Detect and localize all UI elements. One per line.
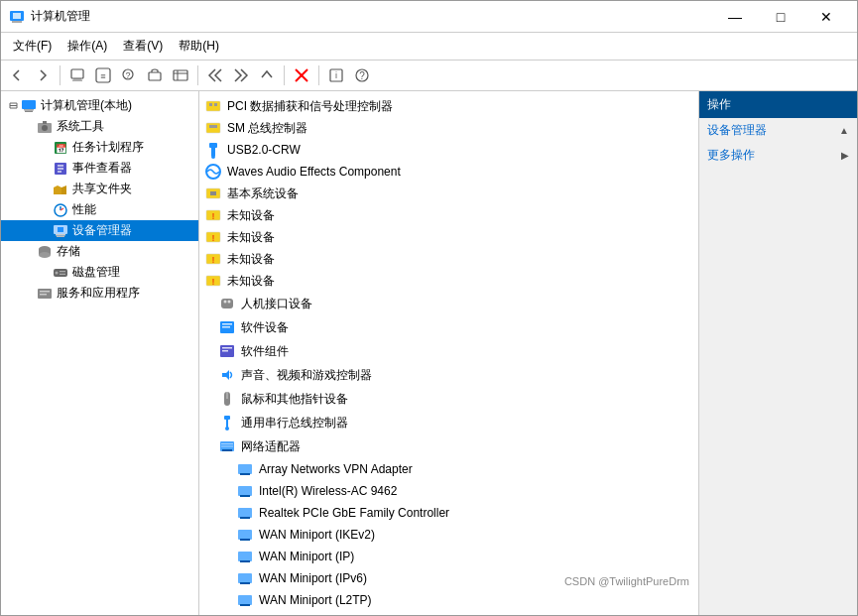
device-basic[interactable]: 基本系统设备 [199,183,698,204]
section-hid[interactable]: 人机接口设备 [199,292,698,315]
svg-rect-47 [40,294,47,296]
toolbar-btn-up[interactable] [255,63,279,87]
svg-rect-54 [211,148,215,156]
svg-point-68 [224,301,227,304]
action-more[interactable]: 更多操作 ▶ [699,143,857,168]
device-unknown2[interactable]: ! 未知设备 [199,226,698,248]
toolbar-btn-back2[interactable] [203,63,227,87]
svg-point-42 [56,271,59,274]
toolbar-btn-2[interactable]: ≡ [91,63,115,87]
section-audio[interactable]: 声音、视频和游戏控制器 [199,363,698,387]
toolbar-btn-help[interactable]: ? [350,63,374,87]
tree-disk-mgmt[interactable]: 磁盘管理 [1,262,198,283]
tree-event-viewer[interactable]: 事件查看器 [1,158,198,179]
device-unknown1[interactable]: ! 未知设备 [199,204,698,226]
toolbar: ≡ ? i ? [1,61,857,91]
toolbar-btn-fwd2[interactable] [229,63,253,87]
device-waves[interactable]: Waves Audio Effects Component [199,161,698,183]
tree-performance[interactable]: 性能 [1,199,198,220]
net-realtek[interactable]: Realtek PCIe GbE Family Controller [199,502,698,524]
net-wan-l2tp-label: WAN Miniport (L2TP) [259,593,372,607]
maximize-button[interactable]: □ [758,3,803,31]
waves-icon [203,162,223,182]
section-software[interactable]: 软件设备 [199,315,698,339]
main-content: 计算机管理(本地) 系统工具 📅 任务计划程序 [1,91,857,615]
net-wan-ikev2-label: WAN Miniport (IKEv2) [259,528,375,542]
window-title: 计算机管理 [31,8,90,25]
net-wan-ikev2[interactable]: WAN Miniport (IKEv2) [199,524,698,546]
net-intel[interactable]: Intel(R) Wireless-AC 9462 [199,480,698,502]
svg-rect-37 [58,227,63,232]
mouse-icon [217,389,237,409]
menu-file[interactable]: 文件(F) [5,35,60,58]
tree-system-tools[interactable]: 系统工具 [1,116,198,137]
tree-device-manager[interactable]: 设备管理器 [1,220,198,241]
tree-task-scheduler[interactable]: 📅 任务计划程序 [1,137,198,158]
audio-label: 声音、视频和游戏控制器 [241,367,372,384]
net-realtek-icon [235,503,255,523]
toolbar-delete-btn[interactable] [290,63,313,87]
action-device-manager[interactable]: 设备管理器 ▲ [699,118,857,143]
section-mouse[interactable]: 鼠标和其他指针设备 [199,387,698,411]
menu-action[interactable]: 操作(A) [60,35,115,58]
toolbar-btn-1[interactable] [65,63,89,87]
toolbar-btn-props[interactable]: i [324,63,348,87]
net-wan3-icon [235,568,255,588]
toolbar-btn-3[interactable]: ? [117,63,141,87]
svg-rect-53 [209,143,217,148]
sm-label: SM 总线控制器 [227,120,307,137]
menu-bar: 文件(F) 操作(A) 查看(V) 帮助(H) [1,33,857,61]
toolbar-back[interactable] [5,63,29,87]
toolbar-forward[interactable] [31,63,55,87]
svg-rect-91 [238,530,252,540]
softcomp-expand-icon [203,343,215,359]
section-usb[interactable]: 通用串行总线控制器 [199,411,698,434]
device-sm[interactable]: SM 总线控制器 [199,117,698,139]
close-button[interactable]: ✕ [803,3,849,31]
net-wan-netmon[interactable]: WAN Miniport (Network Monitor) [199,611,698,615]
net-wan-l2tp[interactable]: WAN Miniport (L2TP) [199,589,698,611]
section-softcomp[interactable]: 软件组件 [199,339,698,363]
svg-text:📅: 📅 [56,143,67,155]
device-unknown3[interactable]: ! 未知设备 [199,248,698,270]
menu-view[interactable]: 查看(V) [115,35,171,58]
pci-label: PCI 数据捕获和信号处理控制器 [227,98,393,115]
audio-icon [217,365,237,385]
tree-shared-folders[interactable]: 共享文件夹 [1,179,198,199]
toolbar-btn-4[interactable] [143,63,167,87]
task-icon: 📅 [53,140,68,156]
device-unknown4[interactable]: ! 未知设备 [199,270,698,292]
usb-label: USB2.0-CRW [227,143,301,157]
toolbar-sep-4 [318,65,319,85]
tree-root[interactable]: 计算机管理(本地) [1,95,198,116]
unknown3-icon: ! [203,249,223,269]
svg-text:?: ? [359,70,365,81]
tree-storage[interactable]: 存储 [1,241,198,262]
disk-label: 磁盘管理 [72,264,120,281]
tree-services[interactable]: 服务和应用程序 [1,283,198,304]
net-wan2-icon [235,547,255,566]
task-expand [37,140,53,156]
sm-icon [203,118,223,138]
svg-rect-84 [221,446,233,447]
unknown4-icon: ! [203,271,223,291]
net-icon [217,436,237,456]
device-usb[interactable]: USB2.0-CRW [199,139,698,161]
section-network[interactable]: 网络适配器 [199,434,698,458]
svg-rect-88 [240,495,250,497]
waves-label: Waves Audio Effects Component [227,165,401,179]
svg-text:≡: ≡ [100,71,105,81]
svg-text:!: ! [212,233,215,243]
perf-icon [53,202,68,218]
device-pci[interactable]: PCI 数据捕获和信号处理控制器 [199,95,698,117]
title-bar: 计算机管理 — □ ✕ [1,1,857,33]
action-more-label: 更多操作 [707,147,755,164]
svg-rect-23 [25,110,33,112]
sys-tools-icon [37,119,53,135]
net-array[interactable]: Array Networks VPN Adapter [199,458,698,480]
menu-help[interactable]: 帮助(H) [171,35,227,58]
net-wan5-icon [235,612,255,615]
minimize-button[interactable]: — [712,3,758,31]
toolbar-btn-5[interactable] [169,63,192,87]
net-wan-ip[interactable]: WAN Miniport (IP) [199,546,698,567]
